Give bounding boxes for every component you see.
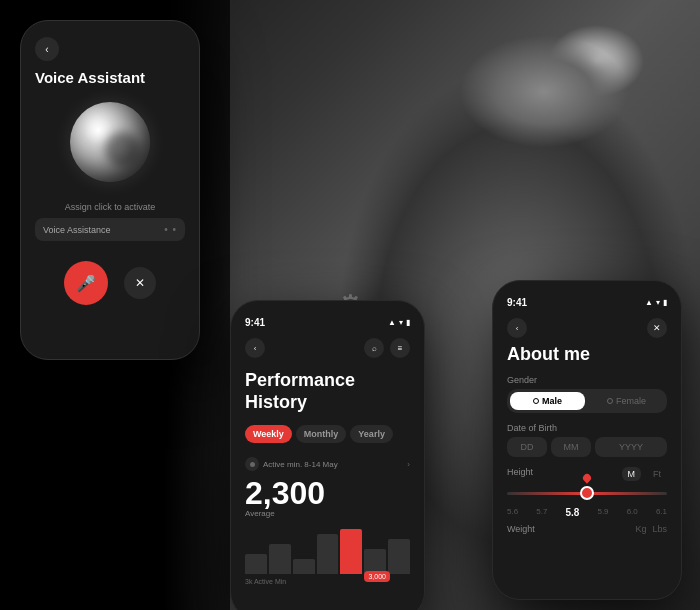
mic-button[interactable]: 🎤 (64, 261, 108, 305)
assign-text: Assign click to activate (35, 202, 185, 212)
signal-icon: ▲ (645, 298, 653, 307)
height-unit-ft[interactable]: Ft (647, 467, 667, 481)
male-dot (533, 398, 539, 404)
perf-action-icons: ⌕ ≡ (364, 338, 410, 358)
filter-icon: ≡ (398, 344, 403, 353)
slider-thumb[interactable] (580, 486, 594, 500)
arrow-icon: › (407, 460, 410, 469)
height-label-text: Height (507, 467, 533, 477)
gender-female-option[interactable]: Female (589, 392, 664, 410)
wifi-icon: ▾ (399, 318, 403, 327)
slider-labels: 5.6 5.7 5.8 5.9 6.0 6.1 (507, 507, 667, 518)
height-val-1: 5.6 (507, 507, 518, 518)
active-label-row: Active min. 8-14 May › (245, 457, 410, 471)
dob-yyyy[interactable]: YYYY (595, 437, 667, 457)
dob-row: DD MM YYYY (507, 437, 667, 457)
weight-unit-lbs[interactable]: Lbs (652, 524, 667, 534)
perf-header: ‹ ⌕ ≡ (245, 338, 410, 358)
dob-label: Date of Birth (507, 423, 667, 433)
about-status-bar: 9:41 ▲ ▾ ▮ (507, 297, 667, 308)
status-icons: ▲ ▾ ▮ (388, 318, 410, 327)
perf-title-text: PerformanceHistory (245, 370, 355, 412)
back-icon: ‹ (45, 44, 48, 55)
chart-bar-4 (317, 534, 339, 574)
height-val-5: 6.1 (656, 507, 667, 518)
chart-bar-3 (293, 559, 315, 574)
weight-unit-kg[interactable]: Kg (635, 524, 646, 534)
wifi-icon: ▾ (656, 298, 660, 307)
voice-title: Voice Assistant (35, 69, 185, 86)
close-icon: ✕ (135, 276, 145, 290)
signal-icon: ▲ (388, 318, 396, 327)
height-val-current: 5.8 (565, 507, 579, 518)
chart-bar-2 (269, 544, 291, 574)
search-icon: ⌕ (372, 344, 377, 353)
about-header: ‹ ✕ (507, 318, 667, 338)
period-tabs: Weekly Monthly Yearly (245, 425, 410, 443)
chart-bar-5-highlight (340, 529, 362, 574)
gender-male-option[interactable]: Male (510, 392, 585, 410)
dob-dd[interactable]: DD (507, 437, 547, 457)
phone-voice-assistant: ‹ Voice Assistant Assign click to activa… (20, 20, 200, 360)
height-slider[interactable] (507, 481, 667, 505)
phone-performance-history: 9:41 ▲ ▾ ▮ ‹ ⌕ ≡ PerformanceHistory Week… (230, 300, 425, 610)
active-dot (245, 457, 259, 471)
about-status-time: 9:41 (507, 297, 527, 308)
weight-label-row: Weight Kg Lbs (507, 524, 667, 534)
voice-back-button[interactable]: ‹ (35, 37, 59, 61)
close-icon: ✕ (653, 323, 661, 333)
about-title: About me (507, 344, 667, 365)
gender-selector: Male Female (507, 389, 667, 413)
tab-monthly[interactable]: Monthly (296, 425, 347, 443)
mic-icon: 🎤 (76, 274, 96, 293)
about-status-icons: ▲ ▾ ▮ (645, 298, 667, 307)
height-unit-m[interactable]: M (622, 467, 642, 481)
battery-icon: ▮ (663, 298, 667, 307)
about-back-button[interactable]: ‹ (507, 318, 527, 338)
voice-input-label: Voice Assistance (43, 225, 111, 235)
voice-orb (70, 102, 150, 182)
step-label: Average (245, 509, 410, 518)
female-dot (607, 398, 613, 404)
about-close-button[interactable]: ✕ (647, 318, 667, 338)
tab-weekly[interactable]: Weekly (245, 425, 292, 443)
status-time: 9:41 (245, 317, 265, 328)
step-count: 2,300 (245, 477, 410, 509)
voice-close-button[interactable]: ✕ (124, 267, 156, 299)
chart-bar-7 (388, 539, 410, 574)
phone-about-me: 9:41 ▲ ▾ ▮ ‹ ✕ About me Gender Male Fema… (492, 280, 682, 600)
active-label-text: Active min. 8-14 May (263, 460, 338, 469)
dob-mm[interactable]: MM (551, 437, 591, 457)
status-bar: 9:41 ▲ ▾ ▮ (245, 317, 410, 328)
battery-icon: ▮ (406, 318, 410, 327)
gender-label: Gender (507, 375, 667, 385)
height-val-2: 5.7 (536, 507, 547, 518)
tab-yearly[interactable]: Yearly (350, 425, 393, 443)
voice-controls: 🎤 ✕ (35, 261, 185, 305)
gender-female-label: Female (616, 396, 646, 406)
performance-chart: 3,000 (245, 524, 410, 574)
slider-line (507, 492, 667, 495)
gender-male-label: Male (542, 396, 562, 406)
chart-bar-1 (245, 554, 267, 574)
perf-title: PerformanceHistory (245, 370, 410, 413)
weight-label-text: Weight (507, 524, 535, 534)
voice-input-dots: • • (164, 224, 177, 235)
perf-back-button[interactable]: ‹ (245, 338, 265, 358)
height-val-4: 6.0 (627, 507, 638, 518)
filter-button[interactable]: ≡ (390, 338, 410, 358)
chart-badge: 3,000 (364, 571, 390, 582)
back-icon: ‹ (516, 324, 519, 333)
height-val-3: 5.9 (597, 507, 608, 518)
back-icon: ‹ (254, 344, 257, 353)
search-button[interactable]: ⌕ (364, 338, 384, 358)
voice-input-box[interactable]: Voice Assistance • • (35, 218, 185, 241)
